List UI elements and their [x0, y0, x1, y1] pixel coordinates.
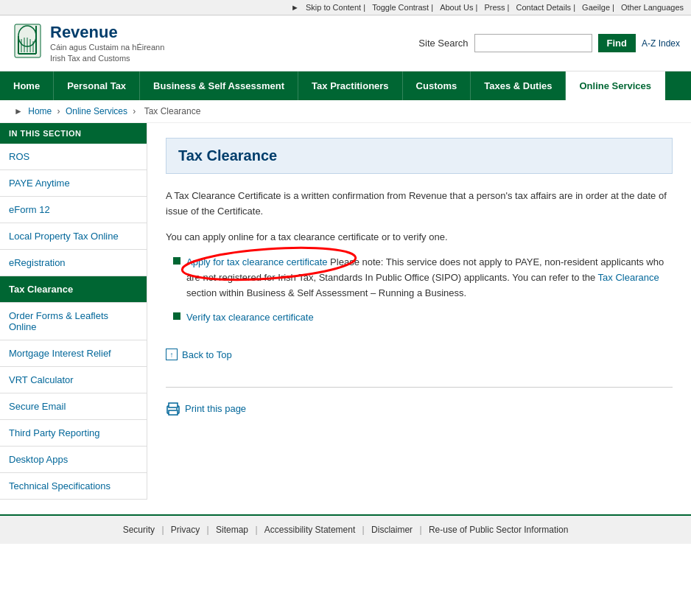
- tax-clearance-ref-link[interactable]: Tax Clearance: [598, 272, 659, 283]
- revenue-logo-icon: [11, 23, 44, 63]
- skip-icon: ►: [291, 3, 299, 12]
- intro-paragraph-2: You can apply online for a tax clearance…: [166, 230, 673, 245]
- sidebar-item-tax-clearance: Tax Clearance: [0, 276, 147, 303]
- sidebar-item-secure-email: Secure Email: [0, 393, 147, 420]
- top-utility-bar: ► Skip to Content | Toggle Contrast | Ab…: [0, 0, 691, 15]
- back-to-top-link[interactable]: Back to Top: [182, 349, 232, 360]
- contact-details-link[interactable]: Contact Details: [516, 3, 572, 12]
- sidebar-link-ros[interactable]: ROS: [0, 144, 147, 169]
- footer-sitemap-link[interactable]: Sitemap: [216, 525, 248, 535]
- apply-note-end: section within Business & Self Assessmen…: [186, 287, 466, 298]
- logo-text: Revenue Cáin agus Custaim na hÉireann Ir…: [50, 23, 164, 63]
- breadcrumb-sep1: ›: [57, 106, 63, 116]
- sidebar: IN THIS SECTION ROS PAYE Anytime eForm 1…: [0, 123, 147, 500]
- sidebar-item-ros: ROS: [0, 144, 147, 170]
- apply-tax-clearance-link[interactable]: Apply for tax clearance certificate: [186, 256, 327, 267]
- footer-disclaimer-link[interactable]: Disclaimer: [371, 525, 413, 535]
- footer-privacy-link[interactable]: Privacy: [171, 525, 200, 535]
- sidebar-item-desktop-apps: Desktop Apps: [0, 447, 147, 473]
- print-icon: [166, 402, 180, 416]
- sidebar-link-eregistration[interactable]: eRegistration: [0, 250, 147, 276]
- sidebar-link-mortgage-interest[interactable]: Mortgage Interest Relief: [0, 340, 147, 366]
- sidebar-item-vrt-calculator: VRT Calculator: [0, 367, 147, 393]
- back-to-top-icon: ↑: [166, 349, 178, 360]
- logo-subtitle-irish: Cáin agus Custaim na hÉireann: [50, 42, 164, 52]
- sidebar-item-technical-specifications: Technical Specifications: [0, 473, 147, 500]
- page-title-box: Tax Clearance: [166, 138, 673, 174]
- print-page-link[interactable]: Print this page: [185, 403, 246, 414]
- sidebar-link-technical-specifications[interactable]: Technical Specifications: [0, 473, 147, 499]
- search-label: Site Search: [418, 38, 468, 49]
- logo-area: Revenue Cáin agus Custaim na hÉireann Ir…: [11, 23, 164, 63]
- nav-tax-practitioners[interactable]: Tax Practitioners: [298, 71, 403, 100]
- sidebar-link-desktop-apps[interactable]: Desktop Apps: [0, 447, 147, 472]
- sidebar-link-local-property-tax[interactable]: Local Property Tax Online: [0, 223, 147, 249]
- content-divider: [166, 387, 673, 388]
- apply-item-content: Apply for tax clearance certificate Plea…: [186, 255, 673, 301]
- sidebar-link-paye-anytime[interactable]: PAYE Anytime: [0, 170, 147, 196]
- sidebar-link-vrt-calculator[interactable]: VRT Calculator: [0, 367, 147, 393]
- find-button[interactable]: Find: [598, 34, 636, 52]
- sidebar-item-local-property-tax: Local Property Tax Online: [0, 223, 147, 250]
- footer-reuse-link[interactable]: Re-use of Public Sector Information: [429, 525, 568, 535]
- breadcrumb: ► Home › Online Services › Tax Clearance: [0, 100, 691, 123]
- sidebar-link-third-party-reporting[interactable]: Third Party Reporting: [0, 420, 147, 446]
- other-languages-link[interactable]: Other Languages: [621, 3, 684, 12]
- content-list: Apply for tax clearance certificate Plea…: [173, 255, 673, 325]
- bullet-icon-2: [173, 312, 180, 320]
- breadcrumb-current: Tax Clearance: [144, 106, 201, 116]
- footer-accessibility-link[interactable]: Accessibility Statement: [264, 525, 355, 535]
- skip-content-link[interactable]: Skip to Content: [306, 3, 361, 12]
- sidebar-item-eregistration: eRegistration: [0, 250, 147, 276]
- sidebar-link-eform12[interactable]: eForm 12: [0, 197, 147, 223]
- sidebar-item-third-party-reporting: Third Party Reporting: [0, 420, 147, 447]
- bullet-icon: [173, 257, 180, 265]
- nav-taxes-duties[interactable]: Taxes & Duties: [471, 71, 566, 100]
- logo-title: Revenue: [50, 23, 164, 42]
- about-us-link[interactable]: About Us: [440, 3, 473, 12]
- search-area: Site Search Find A-Z Index: [418, 34, 680, 52]
- nav-personal-tax[interactable]: Personal Tax: [54, 71, 140, 100]
- sidebar-link-order-forms[interactable]: Order Forms & Leaflets Online: [0, 303, 147, 340]
- verify-list-item: Verify tax clearance certificate: [173, 310, 673, 326]
- breadcrumb-home[interactable]: Home: [28, 106, 52, 116]
- sidebar-item-mortgage-interest: Mortgage Interest Relief: [0, 340, 147, 367]
- sidebar-item-order-forms: Order Forms & Leaflets Online: [0, 303, 147, 340]
- site-footer: Security | Privacy | Sitemap | Accessibi…: [0, 514, 691, 544]
- breadcrumb-arrow-icon: ►: [14, 106, 23, 116]
- toggle-contrast-link[interactable]: Toggle Contrast: [372, 3, 429, 12]
- svg-point-14: [176, 408, 178, 410]
- sidebar-section-title: IN THIS SECTION: [0, 123, 147, 144]
- breadcrumb-sep2: ›: [133, 106, 138, 116]
- footer-security-link[interactable]: Security: [123, 525, 155, 535]
- sidebar-item-eform12: eForm 12: [0, 197, 147, 223]
- verify-tax-clearance-link[interactable]: Verify tax clearance certificate: [186, 310, 314, 326]
- main-navigation: Home Personal Tax Business & Self Assess…: [0, 71, 691, 100]
- svg-rect-12: [169, 403, 178, 407]
- content-wrapper: IN THIS SECTION ROS PAYE Anytime eForm 1…: [0, 123, 691, 500]
- sidebar-link-tax-clearance[interactable]: Tax Clearance: [0, 276, 147, 302]
- breadcrumb-online-services[interactable]: Online Services: [66, 106, 127, 116]
- gaeilge-link[interactable]: Gaeilge: [582, 3, 610, 12]
- az-index-link[interactable]: A-Z Index: [642, 38, 680, 49]
- site-header: Revenue Cáin agus Custaim na hÉireann Ir…: [0, 15, 691, 71]
- logo-subtitle-english: Irish Tax and Customs: [50, 53, 164, 63]
- nav-online-services[interactable]: Online Services: [566, 71, 665, 100]
- sidebar-item-paye-anytime: PAYE Anytime: [0, 170, 147, 197]
- main-content: Tax Clearance A Tax Clearance Certificat…: [147, 123, 691, 500]
- intro-paragraph-1: A Tax Clearance Certificate is a written…: [166, 189, 673, 220]
- svg-rect-13: [169, 410, 178, 415]
- page-title: Tax Clearance: [178, 147, 660, 164]
- nav-customs[interactable]: Customs: [403, 71, 471, 100]
- nav-home[interactable]: Home: [0, 71, 54, 100]
- sidebar-link-secure-email[interactable]: Secure Email: [0, 393, 147, 419]
- nav-business[interactable]: Business & Self Assessment: [140, 71, 298, 100]
- press-link[interactable]: Press: [484, 3, 505, 12]
- search-input[interactable]: [474, 34, 592, 52]
- apply-list-item: Apply for tax clearance certificate Plea…: [173, 255, 673, 301]
